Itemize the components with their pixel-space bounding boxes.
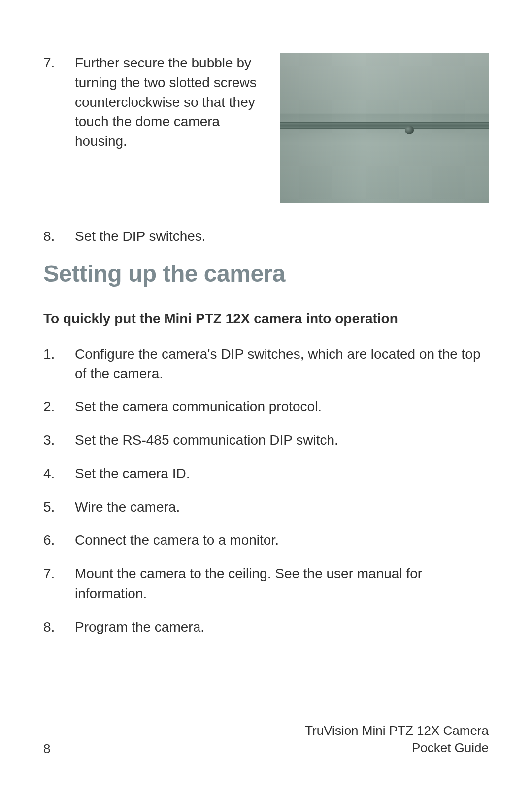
- list-item: 8. Program the camera.: [43, 617, 489, 637]
- list-number: 7.: [43, 564, 69, 603]
- setup-steps-list: 1. Configure the camera's DIP switches, …: [43, 344, 489, 637]
- step-7-row: 7. Further secure the bubble by turning …: [43, 53, 489, 203]
- list-text: Further secure the bubble by turning the…: [75, 53, 268, 151]
- document-title-line1: TruVision Mini PTZ 12X Camera: [305, 722, 489, 739]
- list-item: 7. Further secure the bubble by turning …: [43, 53, 268, 151]
- step-7-text-block: 7. Further secure the bubble by turning …: [43, 53, 268, 203]
- list-item: 8. Set the DIP switches.: [43, 227, 489, 246]
- list-number: 1.: [43, 344, 69, 384]
- list-number: 6.: [43, 531, 69, 550]
- page-number: 8: [43, 741, 50, 757]
- document-title-line2: Pocket Guide: [305, 739, 489, 757]
- camera-housing-figure: [280, 53, 489, 203]
- list-text: Program the camera.: [75, 617, 489, 637]
- list-text: Wire the camera.: [75, 498, 489, 517]
- section-heading: Setting up the camera: [43, 260, 489, 287]
- list-text: Set the RS-485 communication DIP switch.: [75, 431, 489, 450]
- camera-housing-illustration: [280, 53, 489, 203]
- list-item: 5. Wire the camera.: [43, 498, 489, 517]
- list-number: 8.: [43, 617, 69, 637]
- list-number: 2.: [43, 397, 69, 417]
- list-item: 3. Set the RS-485 communication DIP swit…: [43, 431, 489, 450]
- list-text: Set the DIP switches.: [75, 227, 489, 246]
- list-text: Set the camera ID.: [75, 464, 489, 484]
- list-number: 4.: [43, 464, 69, 484]
- list-number: 7.: [43, 53, 69, 151]
- list-text: Set the camera communication protocol.: [75, 397, 489, 417]
- list-item: 2. Set the camera communication protocol…: [43, 397, 489, 417]
- document-title: TruVision Mini PTZ 12X Camera Pocket Gui…: [305, 722, 489, 757]
- list-text: Connect the camera to a monitor.: [75, 531, 489, 550]
- list-item: 6. Connect the camera to a monitor.: [43, 531, 489, 550]
- list-number: 3.: [43, 431, 69, 450]
- page-footer: 8 TruVision Mini PTZ 12X Camera Pocket G…: [43, 722, 489, 757]
- list-text: Mount the camera to the ceiling. See the…: [75, 564, 489, 603]
- list-text: Configure the camera's DIP switches, whi…: [75, 344, 489, 384]
- list-item: 1. Configure the camera's DIP switches, …: [43, 344, 489, 384]
- list-item: 4. Set the camera ID.: [43, 464, 489, 484]
- document-page: 7. Further secure the bubble by turning …: [0, 0, 532, 798]
- list-item: 7. Mount the camera to the ceiling. See …: [43, 564, 489, 603]
- list-number: 8.: [43, 227, 69, 246]
- list-number: 5.: [43, 498, 69, 517]
- subheading: To quickly put the Mini PTZ 12X camera i…: [43, 311, 489, 327]
